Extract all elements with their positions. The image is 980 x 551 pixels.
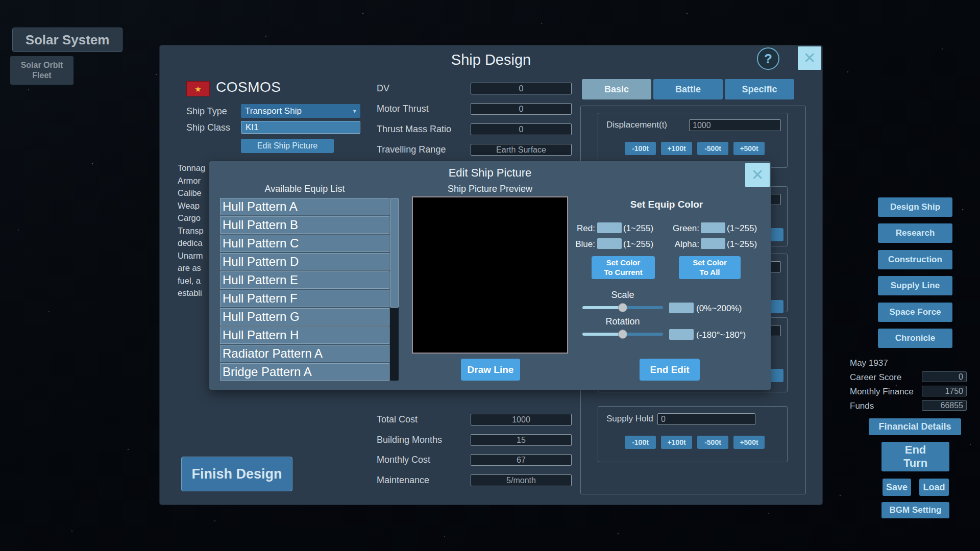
rotation-slider-handle[interactable] xyxy=(618,330,627,339)
equip-list-item[interactable]: Bridge Pattern A xyxy=(220,363,389,381)
building-months-value: 15 xyxy=(471,434,572,446)
supply-plus-100t-button[interactable]: +100t xyxy=(661,436,692,449)
equip-list-item[interactable]: Hull Pattern G xyxy=(220,308,389,325)
modal-title: Edit Ship Picture xyxy=(209,166,771,180)
bgm-setting-button[interactable]: BGM Setting xyxy=(881,502,949,518)
monthly-cost-label: Monthly Cost xyxy=(377,455,430,465)
displacement-plus-500t-button[interactable]: +500t xyxy=(733,142,765,155)
green-channel-range: (1~255) xyxy=(727,223,757,234)
supply-plus-500t-button[interactable]: +500t xyxy=(733,436,765,449)
menu-chronicle-button[interactable]: Chronicle xyxy=(878,329,952,348)
scale-slider[interactable] xyxy=(582,306,663,309)
save-button[interactable]: Save xyxy=(883,479,911,496)
set-color-to-all-button[interactable]: Set Color To All xyxy=(679,256,741,279)
red-channel-input[interactable] xyxy=(597,222,622,233)
total-cost-value: 1000 xyxy=(471,414,572,425)
help-icon: ? xyxy=(764,51,772,67)
menu-research-button[interactable]: Research xyxy=(878,223,952,243)
tab-basic[interactable]: Basic xyxy=(582,79,651,99)
solar-system-label: Solar System xyxy=(26,32,110,48)
displacement-minus-500t-button[interactable]: -500t xyxy=(697,142,728,155)
help-button[interactable]: ? xyxy=(757,47,779,70)
displacement-value[interactable]: 1000 xyxy=(689,119,781,131)
displacement-plus-100t-button[interactable]: +100t xyxy=(661,142,692,155)
finish-design-button[interactable]: Finish Design xyxy=(181,457,292,491)
equip-list-item[interactable]: Hull Pattern A xyxy=(220,198,389,215)
supply-hold-value[interactable]: 0 xyxy=(657,413,755,425)
supply-minus-100t-button[interactable]: -100t xyxy=(625,436,656,449)
supply-hold-label: Supply Hold xyxy=(606,414,653,424)
end-edit-button[interactable]: End Edit xyxy=(640,359,700,381)
menu-space-force-button[interactable]: Space Force xyxy=(878,303,952,322)
ship-description-text: Tonnag Armor Calibe Weap Cargo Transp de… xyxy=(178,162,210,299)
equip-list-header: Available Equip List xyxy=(220,184,389,194)
rotation-slider[interactable] xyxy=(582,333,663,336)
ship-type-value: Transport Ship xyxy=(245,106,302,116)
maintenance-label: Maintenance xyxy=(377,475,429,486)
scale-range: (0%~200%) xyxy=(696,304,742,314)
stat-dv-label: DV xyxy=(377,83,389,94)
ship-picture-preview-canvas[interactable] xyxy=(412,196,568,354)
ship-type-dropdown[interactable]: Transport Ship ▾ xyxy=(241,104,360,118)
tab-specific[interactable]: Specific xyxy=(725,79,794,99)
equip-list-item[interactable]: Hull Pattern E xyxy=(220,271,389,289)
menu-construction-button[interactable]: Construction xyxy=(878,250,952,269)
equip-list-scrollbar[interactable] xyxy=(390,198,399,381)
scale-slider-handle[interactable] xyxy=(618,303,627,312)
ship-class-label: Ship Class xyxy=(186,122,230,133)
financial-details-button[interactable]: Financial Details xyxy=(869,418,961,435)
dialog-close-button[interactable]: ✕ xyxy=(798,46,821,70)
rotation-input[interactable] xyxy=(669,329,694,340)
edit-ship-picture-modal: Edit Ship Picture ✕ Available Equip List… xyxy=(209,161,771,390)
alpha-channel-range: (1~255) xyxy=(727,239,757,249)
close-icon: ✕ xyxy=(751,167,764,183)
supply-minus-500t-button[interactable]: -500t xyxy=(697,436,728,449)
end-turn-button[interactable]: End Turn xyxy=(881,442,949,471)
solar-system-button[interactable]: Solar System xyxy=(12,28,122,52)
blue-channel-input[interactable] xyxy=(597,238,622,249)
career-score-label: Career Score xyxy=(850,372,901,383)
green-channel-label: Green: xyxy=(649,223,699,234)
close-icon: ✕ xyxy=(803,51,816,66)
building-months-label: Building Months xyxy=(377,435,442,445)
displacement-label: Displacement(t) xyxy=(606,120,667,130)
modal-close-button[interactable]: ✕ xyxy=(745,163,770,187)
equip-list-item[interactable]: Hull Pattern B xyxy=(220,216,389,234)
scale-input[interactable] xyxy=(669,303,694,313)
equip-color-header: Set Equip Color xyxy=(567,199,767,210)
set-color-to-current-button[interactable]: Set Color To Current xyxy=(592,256,655,279)
stat-motor-thrust-label: Motor Thrust xyxy=(377,104,429,114)
equip-list-item[interactable]: Hull Pattern F xyxy=(220,290,389,307)
equip-list-item[interactable]: Hull Pattern D xyxy=(220,253,389,270)
chevron-down-icon: ▾ xyxy=(353,107,356,115)
draw-line-button[interactable]: Draw Line xyxy=(461,359,520,381)
displacement-minus-100t-button[interactable]: -100t xyxy=(625,142,656,155)
displacement-panel: Displacement(t) 1000 -100t +100t -500t +… xyxy=(598,113,788,168)
stat-travelling-range-value: Earth Surface xyxy=(471,144,572,156)
tab-battle[interactable]: Battle xyxy=(653,79,723,99)
career-score-value: 0 xyxy=(922,371,967,382)
menu-design-ship-button[interactable]: Design Ship xyxy=(878,197,952,217)
stat-thrust-mass-ratio-label: Thrust Mass Ratio xyxy=(377,124,451,135)
nation-name: COSMOS xyxy=(216,79,281,95)
solar-orbit-fleet-button[interactable]: Solar Orbit Fleet xyxy=(10,56,74,85)
menu-supply-line-button[interactable]: Supply Line xyxy=(878,276,952,295)
funds-value: 66855 xyxy=(922,400,967,411)
equip-list-item[interactable]: Hull Pattern C xyxy=(220,235,389,252)
load-button[interactable]: Load xyxy=(919,479,949,496)
equip-list-item[interactable]: Hull Pattern H xyxy=(220,327,389,344)
supply-hold-buttons: -100t +100t -500t +500t xyxy=(625,436,765,449)
ship-class-input[interactable]: KI1 xyxy=(241,121,360,134)
green-channel-input[interactable] xyxy=(701,222,725,233)
scale-label: Scale xyxy=(582,290,663,300)
alpha-channel-label: Alpha: xyxy=(649,239,699,249)
alpha-channel-input[interactable] xyxy=(701,238,725,249)
equip-list-item[interactable]: Radiator Pattern A xyxy=(220,345,389,362)
edit-ship-picture-button[interactable]: Edit Ship Picture xyxy=(241,139,334,153)
red-channel-label: Red: xyxy=(536,223,595,234)
displacement-buttons: -100t +100t -500t +500t xyxy=(625,142,765,155)
supply-hold-panel: Supply Hold 0 -100t +100t -500t +500t xyxy=(598,406,788,462)
scrollbar-thumb[interactable] xyxy=(390,198,399,308)
game-screen: Solar System Solar Orbit Fleet Ship Desi… xyxy=(0,0,980,551)
stat-thrust-mass-ratio-value: 0 xyxy=(471,123,572,135)
